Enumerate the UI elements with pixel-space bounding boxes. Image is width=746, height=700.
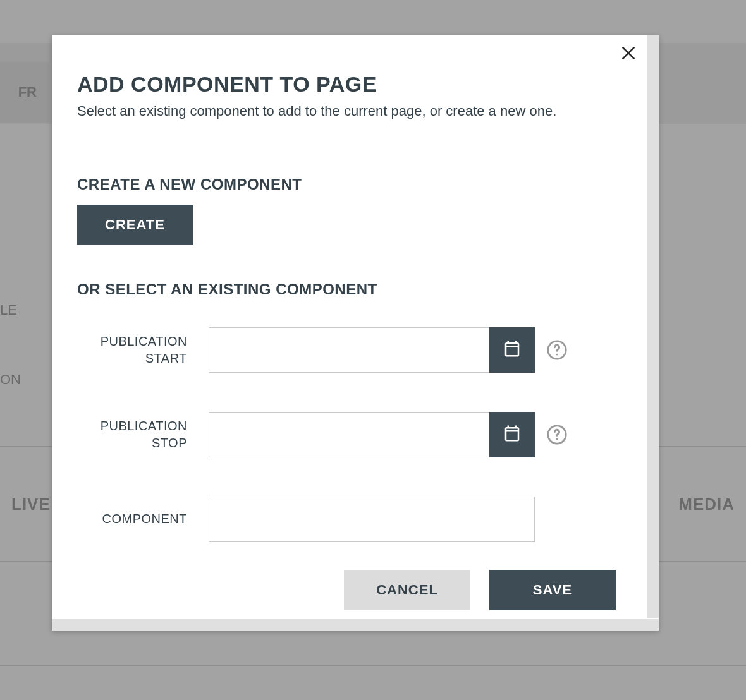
- publication-start-group: [209, 327, 535, 373]
- create-section-heading: CREATE A NEW COMPONENT: [77, 176, 622, 193]
- svg-point-3: [556, 353, 558, 355]
- publication-stop-label: PUBLICATION STOP: [77, 418, 209, 452]
- select-section-heading: OR SELECT AN EXISTING COMPONENT: [77, 281, 622, 298]
- row-publication-start: PUBLICATION START: [77, 327, 622, 373]
- modal-scrollbar[interactable]: [647, 35, 659, 618]
- close-button[interactable]: [616, 42, 641, 67]
- publication-stop-group: [209, 412, 535, 457]
- form-area: PUBLICATION START: [77, 327, 622, 542]
- row-publication-stop: PUBLICATION STOP: [77, 412, 622, 457]
- modal-content: ADD COMPONENT TO PAGE Select an existing…: [52, 35, 647, 619]
- publication-start-help[interactable]: [546, 339, 568, 361]
- dialog-subtitle: Select an existing component to add to t…: [77, 102, 622, 121]
- row-component: COMPONENT: [77, 497, 622, 542]
- close-icon: [620, 45, 637, 64]
- create-button[interactable]: CREATE: [77, 205, 193, 245]
- svg-point-5: [556, 438, 558, 440]
- publication-stop-help[interactable]: [546, 424, 568, 445]
- calendar-icon: [503, 424, 522, 445]
- modal-bottom-edge: [52, 619, 659, 631]
- cancel-button[interactable]: CANCEL: [344, 570, 470, 610]
- dialog-footer: CANCEL SAVE: [77, 570, 622, 610]
- publication-start-date-button[interactable]: [489, 327, 535, 373]
- help-icon: [546, 352, 568, 363]
- save-button-label: SAVE: [533, 582, 572, 598]
- publication-start-input[interactable]: [209, 327, 489, 373]
- dialog-title: ADD COMPONENT TO PAGE: [77, 72, 622, 97]
- cancel-button-label: CANCEL: [376, 582, 438, 598]
- save-button[interactable]: SAVE: [489, 570, 616, 610]
- publication-stop-input[interactable]: [209, 412, 489, 457]
- component-group: [209, 497, 535, 542]
- calendar-icon: [503, 339, 522, 360]
- publication-start-label: PUBLICATION START: [77, 333, 209, 367]
- component-label: COMPONENT: [77, 510, 209, 528]
- add-component-dialog: ADD COMPONENT TO PAGE Select an existing…: [52, 35, 659, 631]
- component-input[interactable]: [209, 497, 535, 542]
- publication-stop-date-button[interactable]: [489, 412, 535, 457]
- create-button-label: CREATE: [105, 217, 165, 233]
- help-icon: [546, 437, 568, 447]
